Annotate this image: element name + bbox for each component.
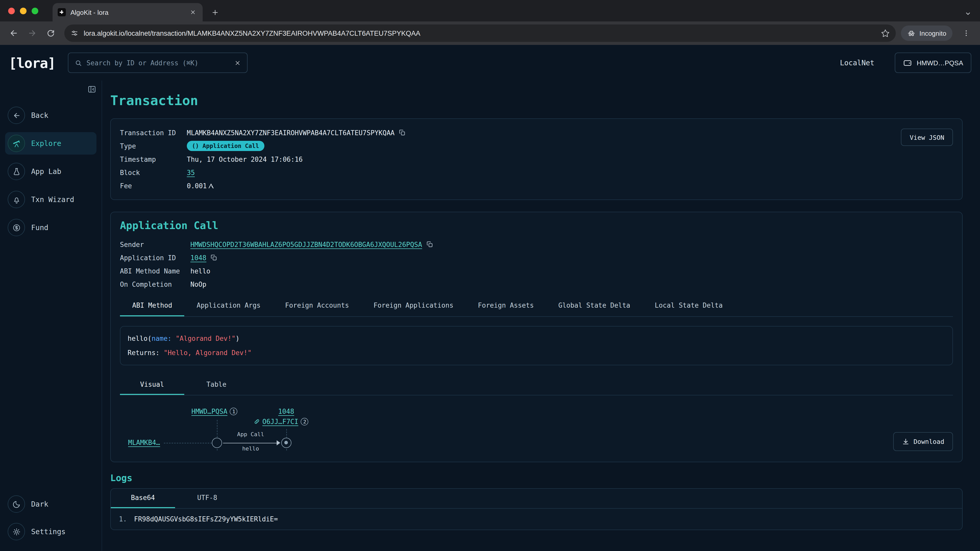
abi-method-name-label: ABI Method Name bbox=[120, 267, 190, 275]
sidebar-item-explore[interactable]: Explore bbox=[5, 132, 97, 155]
tab-foreign-accounts[interactable]: Foreign Accounts bbox=[273, 296, 361, 316]
minimize-window-button[interactable] bbox=[20, 7, 27, 14]
sidebar-item-fund[interactable]: Fund bbox=[5, 216, 97, 239]
tab-foreign-assets[interactable]: Foreign Assets bbox=[466, 296, 546, 316]
copy-icon[interactable] bbox=[210, 254, 218, 261]
block-link[interactable]: 35 bbox=[187, 168, 195, 176]
sidebar-item-txn-wizard[interactable]: Txn Wizard bbox=[5, 188, 97, 211]
abi-param: name: bbox=[151, 335, 172, 342]
sidebar-collapse-icon[interactable] bbox=[87, 85, 97, 94]
graph-node-application bbox=[281, 438, 291, 448]
graph-row-label: MLAMKB4… bbox=[128, 439, 160, 446]
transaction-id-label: Transaction ID bbox=[120, 129, 187, 137]
browser-toolbar: lora.algokit.io/localnet/transaction/MLA… bbox=[0, 21, 980, 45]
application-call-card: Application Call Sender HMWDSHQCOPD2T36W… bbox=[110, 212, 963, 462]
tab-search-chevron-icon[interactable] bbox=[964, 10, 972, 17]
forward-button[interactable] bbox=[24, 24, 41, 42]
view-json-button[interactable]: View JSON bbox=[901, 129, 953, 146]
tab-application-args[interactable]: Application Args bbox=[185, 296, 273, 316]
sender-link[interactable]: HMWDSHQCOPD2T36WBAHLAZ6PO5GDJJZBN4D2TODK… bbox=[190, 241, 422, 248]
back-button[interactable] bbox=[5, 24, 22, 42]
application-id-link[interactable]: 1048 bbox=[190, 254, 207, 262]
tab-base64[interactable]: Base64 bbox=[111, 489, 175, 508]
network-label[interactable]: LocalNet bbox=[840, 59, 874, 67]
sidebar-nav: Back Explore App Lab Txn Wizard bbox=[5, 104, 97, 239]
search-clear-icon[interactable] bbox=[234, 59, 241, 66]
download-button[interactable]: Download bbox=[893, 432, 953, 451]
abi-close: ) bbox=[235, 335, 240, 342]
log-entry: 1. FR98dQAUSGVsbG8sIEFsZ29yYW5kIERldiE= bbox=[111, 509, 962, 530]
bell-icon bbox=[8, 191, 25, 208]
reload-button[interactable] bbox=[42, 24, 59, 42]
browser-tab[interactable]: AlgoKit - lora bbox=[52, 3, 203, 21]
graph-sender-link[interactable]: HMWD…PQSA bbox=[191, 408, 228, 415]
on-completion-value: NoOp bbox=[190, 280, 207, 288]
tab-foreign-applications[interactable]: Foreign Applications bbox=[361, 296, 466, 316]
graph-application-link[interactable]: 1048 bbox=[278, 408, 294, 415]
wallet-icon bbox=[903, 58, 912, 67]
tab-visual[interactable]: Visual bbox=[120, 375, 184, 395]
download-label: Download bbox=[914, 438, 944, 445]
wallet-button[interactable]: HMWD…PQSA bbox=[895, 52, 971, 73]
url-text: lora.algokit.io/localnet/transaction/MLA… bbox=[84, 29, 876, 37]
abi-method-name-value: hello bbox=[190, 267, 210, 275]
search-icon bbox=[74, 59, 82, 67]
menu-kebab-icon[interactable] bbox=[958, 24, 975, 42]
tab-table[interactable]: Table bbox=[184, 375, 248, 395]
timestamp-label: Timestamp bbox=[120, 156, 187, 163]
incognito-label: Incognito bbox=[919, 29, 946, 37]
close-window-button[interactable] bbox=[8, 7, 15, 14]
transaction-summary-card: Transaction ID MLAMKB4ANXZ5NA2XY7ZNF3EAI… bbox=[110, 118, 963, 200]
sidebar-footer: Dark Settings bbox=[5, 493, 97, 543]
returns-string: "Hello, Algorand Dev!" bbox=[164, 349, 251, 357]
app-header: [lora] LocalNet HMWD…PQSA bbox=[0, 45, 980, 81]
graph-transaction-link[interactable]: MLAMKB4… bbox=[128, 439, 160, 446]
tab-abi-method[interactable]: ABI Method bbox=[120, 296, 185, 316]
abi-method-panel: hello(name:"Algorand Dev!") Returns:"Hel… bbox=[120, 326, 953, 365]
gear-icon bbox=[8, 523, 25, 540]
arrow-left-icon bbox=[8, 106, 25, 124]
graph-application-column: 1048 bbox=[278, 408, 294, 415]
copy-icon[interactable] bbox=[426, 241, 433, 248]
graph-dashed-connector bbox=[164, 443, 212, 443]
incognito-badge: Incognito bbox=[901, 25, 953, 41]
site-settings-icon[interactable] bbox=[70, 29, 79, 37]
header-right: LocalNet HMWD…PQSA bbox=[840, 52, 971, 73]
sidebar-item-theme-dark[interactable]: Dark bbox=[5, 493, 97, 515]
tab-utf8[interactable]: UTF-8 bbox=[175, 489, 239, 508]
log-index: 1. bbox=[119, 515, 127, 523]
sidebar-item-label: Settings bbox=[31, 527, 65, 536]
log-value: FR98dQAUSGVsbG8sIEFsZ29yYW5kIERldiE= bbox=[134, 515, 278, 523]
graph-app-account-link[interactable]: O6JJ…F7CI bbox=[262, 418, 298, 426]
window-controls bbox=[0, 0, 45, 21]
main-content: Transaction Transaction ID MLAMKB4ANXZ5N… bbox=[102, 81, 980, 551]
edge-method-label: hello bbox=[222, 445, 279, 452]
lora-logo[interactable]: [lora] bbox=[9, 55, 56, 71]
tab-close-icon[interactable] bbox=[188, 8, 197, 17]
tab-strip: AlgoKit - lora bbox=[0, 0, 980, 21]
sidebar-item-back[interactable]: Back bbox=[5, 104, 97, 127]
address-bar[interactable]: lora.algokit.io/localnet/transaction/MLA… bbox=[64, 24, 896, 42]
logs-card: Base64 UTF-8 1. FR98dQAUSGVsbG8sIEFsZ29y… bbox=[110, 488, 963, 530]
sidebar-item-app-lab[interactable]: App Lab bbox=[5, 160, 97, 183]
tab-global-state-delta[interactable]: Global State Delta bbox=[546, 296, 643, 316]
search-box[interactable] bbox=[68, 52, 247, 73]
sidebar-item-label: Back bbox=[31, 111, 48, 119]
logs-tabs: Base64 UTF-8 bbox=[111, 489, 962, 509]
tab-local-state-delta[interactable]: Local State Delta bbox=[643, 296, 735, 316]
bookmark-star-icon[interactable] bbox=[881, 29, 890, 38]
visual-table-tabs: Visual Table bbox=[120, 375, 953, 395]
search-input[interactable] bbox=[86, 59, 229, 67]
abi-fn: hello( bbox=[127, 335, 151, 342]
type-label: Type bbox=[120, 142, 187, 150]
copy-icon[interactable] bbox=[399, 129, 406, 136]
returns-label: Returns: bbox=[127, 349, 159, 357]
graph-arrow-line bbox=[223, 443, 277, 443]
incognito-icon bbox=[907, 29, 916, 38]
browser-chrome: AlgoKit - lora lora.algokit.io/localnet/… bbox=[0, 0, 980, 45]
account-number-badge: 2 bbox=[301, 418, 309, 426]
new-tab-button[interactable] bbox=[208, 5, 222, 19]
sidebar-item-settings[interactable]: Settings bbox=[5, 520, 97, 543]
fullscreen-window-button[interactable] bbox=[32, 7, 38, 14]
sidebar-item-label: Dark bbox=[31, 500, 48, 508]
